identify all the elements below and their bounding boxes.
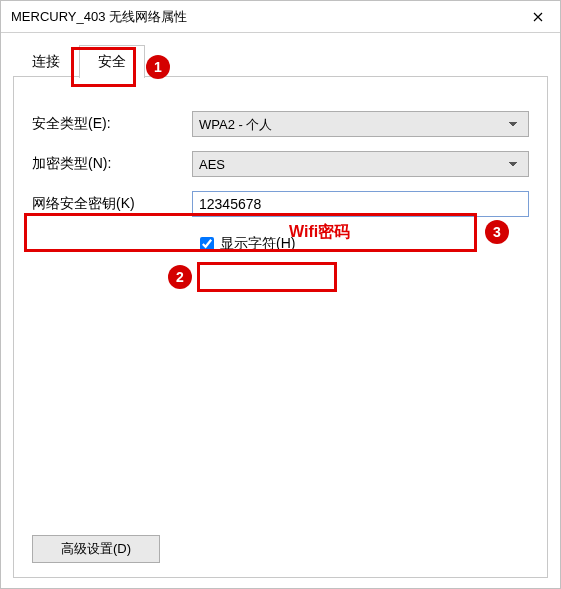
network-key-label: 网络安全密钥(K)	[32, 195, 192, 213]
security-type-label: 安全类型(E):	[32, 115, 192, 133]
row-security-type: 安全类型(E): WPA2 - 个人	[32, 111, 529, 137]
client-area: 连接 安全 安全类型(E): WPA2 - 个人 加密类型(N):	[1, 33, 560, 588]
tab-connect-label: 连接	[32, 53, 60, 69]
advanced-settings-button[interactable]: 高级设置(D)	[32, 535, 160, 563]
window-title: MERCURY_403 无线网络属性	[11, 8, 515, 26]
advanced-button-row: 高级设置(D)	[32, 525, 529, 563]
tab-security[interactable]: 安全	[79, 45, 145, 78]
titlebar: MERCURY_403 无线网络属性	[1, 1, 560, 33]
encryption-type-label: 加密类型(N):	[32, 155, 192, 173]
row-network-key: 网络安全密钥(K)	[32, 191, 529, 217]
row-show-characters: 显示字符(H)	[192, 235, 529, 253]
row-encryption-type: 加密类型(N): AES	[32, 151, 529, 177]
security-type-select[interactable]: WPA2 - 个人	[192, 111, 529, 137]
show-characters-checkbox[interactable]	[200, 237, 214, 251]
wifi-properties-window: MERCURY_403 无线网络属性 连接 安全 安全类型(E): WPA2 -…	[0, 0, 561, 589]
security-pane: 安全类型(E): WPA2 - 个人 加密类型(N): AES 网络安全密钥(K…	[13, 77, 548, 578]
encryption-type-select[interactable]: AES	[192, 151, 529, 177]
tab-connect[interactable]: 连接	[13, 45, 79, 78]
close-icon	[533, 9, 543, 25]
show-characters-label[interactable]: 显示字符(H)	[220, 235, 295, 253]
network-key-input[interactable]	[192, 191, 529, 217]
tabstrip: 连接 安全	[13, 43, 548, 77]
close-button[interactable]	[515, 1, 560, 33]
tab-security-label: 安全	[98, 53, 126, 69]
advanced-settings-label: 高级设置(D)	[61, 541, 131, 556]
